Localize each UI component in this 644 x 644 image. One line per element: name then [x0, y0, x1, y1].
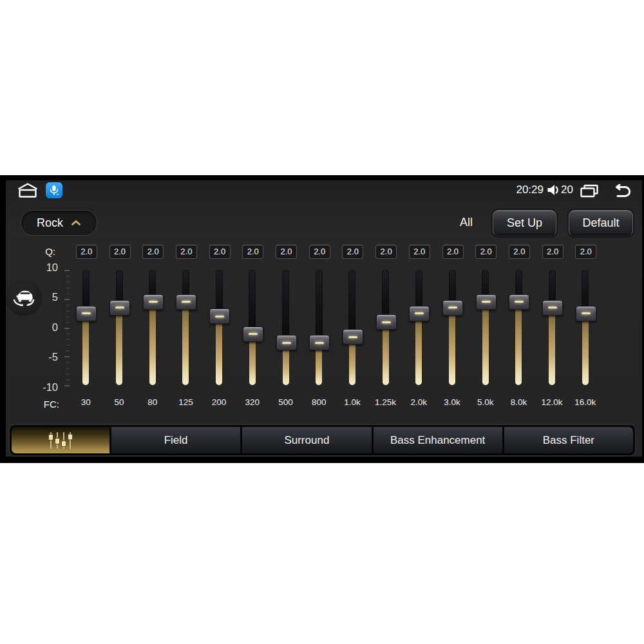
bottom-tab-bar: Field Surround Bass Enhancement Bass Fil… [8, 424, 636, 457]
back-button[interactable] [611, 184, 633, 198]
tab-surround[interactable]: Surround [242, 427, 371, 453]
axis-tick-label: -5 [48, 352, 58, 363]
tab-field[interactable]: Field [111, 427, 240, 453]
car-surround-icon [10, 284, 38, 312]
car-surround-button[interactable] [6, 280, 42, 316]
home-icon [17, 182, 39, 198]
tab-label: Bass Enhancement [390, 434, 485, 447]
axis-tick-label: 5 [52, 292, 58, 303]
speaker-icon [546, 184, 560, 196]
volume-level: 20 [561, 184, 576, 196]
voice-assistant-icon [49, 185, 59, 196]
chevron-up-icon [71, 220, 81, 226]
tab-bass-enhancement[interactable]: Bass Enhancement [374, 427, 502, 453]
car-headunit-equalizer-screen: 20:29 20 Rock All Set Up Default Q: FC: … [0, 0, 644, 644]
tab-label: Bass Filter [543, 434, 594, 447]
tab-label: Surround [284, 434, 329, 447]
recents-button[interactable] [579, 184, 600, 198]
axis-tick-label: 0 [52, 322, 58, 333]
tab-label: Field [164, 434, 188, 447]
setup-button[interactable]: Set Up [493, 210, 556, 236]
preset-label: Rock [37, 216, 63, 230]
axis-tick-label: -10 [43, 382, 58, 393]
q-row-label: Q: [30, 246, 55, 257]
all-toggle[interactable]: All [460, 216, 473, 229]
axis-tick-label: 10 [46, 262, 58, 273]
recent-apps-icon [579, 184, 600, 198]
fc-row-label: FC: [30, 399, 59, 410]
back-arrow-icon [611, 184, 633, 198]
preset-dropdown[interactable]: Rock [21, 210, 97, 236]
clock: 20:29 [501, 184, 544, 196]
default-button[interactable]: Default [569, 210, 633, 236]
equalizer-sliders-icon [46, 431, 75, 450]
tab-equalizer[interactable] [12, 427, 109, 453]
volume-icon[interactable] [546, 184, 560, 196]
voice-assistant-button[interactable] [46, 182, 62, 198]
tab-bass-filter[interactable]: Bass Filter [504, 427, 633, 453]
home-button[interactable] [17, 182, 39, 198]
